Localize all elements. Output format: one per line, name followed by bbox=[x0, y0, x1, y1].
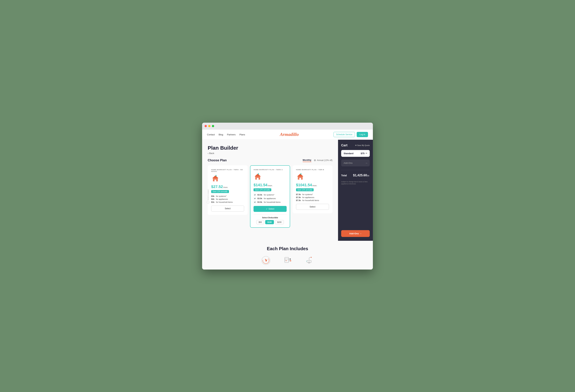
plans-wrapper: HOME WARRANTY PLAN – TIERA - NO HOVAC $2… bbox=[208, 165, 333, 228]
check-icon: ✓ bbox=[266, 208, 268, 210]
choose-plan-title: Choose Plan bbox=[208, 159, 227, 162]
app-window: Contact Blog Partners Plans Armadillo Sc… bbox=[202, 123, 373, 270]
plan-features-tier-c: ⇄ $3.5k for systems* ⇄ $3.5k for applian… bbox=[254, 193, 287, 204]
save-badge-tier-c: Save 12% annually bbox=[254, 188, 271, 191]
cart-item: Standard $75 ✏ bbox=[341, 150, 370, 157]
nav-plans[interactable]: Plans bbox=[240, 133, 245, 136]
svg-rect-27 bbox=[310, 261, 310, 264]
include-item-fire bbox=[260, 255, 271, 266]
feature-icon-household: ⇄ bbox=[254, 201, 256, 204]
schedule-service-button[interactable]: Schedule Service bbox=[334, 132, 355, 137]
main-layout: Plan Builder ‹ Back Choose Plan Monthly … bbox=[202, 140, 373, 241]
back-link[interactable]: ‹ Back bbox=[208, 152, 333, 155]
plumbing-icon bbox=[304, 255, 315, 266]
choose-plan-header: Choose Plan Monthly ⚙ Annual (12% off) bbox=[208, 159, 333, 162]
total-label: Total bbox=[341, 174, 347, 177]
close-dot[interactable] bbox=[205, 125, 207, 127]
gear-icon: ⚙ bbox=[314, 159, 316, 162]
cart-header: Cart ✉ Save My Quote bbox=[341, 143, 370, 147]
total-note: Subject to change due to taxes & fees (a… bbox=[341, 181, 370, 185]
nav-contact[interactable]: Contact bbox=[207, 133, 215, 136]
total-row: Total $1,425.60/yr. bbox=[341, 174, 370, 177]
svg-rect-18 bbox=[285, 258, 288, 260]
save-quote[interactable]: ✉ Save My Quote bbox=[355, 144, 370, 146]
billing-toggle: Monthly ⚙ Annual (12% off) bbox=[303, 159, 333, 162]
svg-rect-2 bbox=[215, 180, 216, 181]
include-item-plumbing bbox=[304, 255, 315, 266]
plan-label-tier-c: HOME WARRANTY PLAN – TIERA C bbox=[254, 169, 287, 171]
plan-card-no-hovac: HOME WARRANTY PLAN – TIERA - NO HOVAC $2… bbox=[208, 165, 248, 215]
annual-toggle[interactable]: ⚙ Annual (12% off) bbox=[314, 159, 333, 162]
svg-rect-7 bbox=[257, 178, 259, 180]
annual-label: Annual (12% off) bbox=[317, 159, 333, 161]
svg-rect-25 bbox=[307, 260, 311, 263]
select-button-tier-b[interactable]: Select bbox=[296, 204, 329, 210]
plan-price-no-hovac: $27.52 /mon. bbox=[211, 184, 244, 189]
feature-item: $1k for household items bbox=[211, 201, 244, 203]
addons-label: Add-Ons bbox=[344, 162, 353, 164]
nav-blog[interactable]: Blog bbox=[219, 133, 223, 136]
nav-links: Contact Blog Partners Plans bbox=[207, 133, 245, 136]
feature-item: ⇄ $3.5k for household items bbox=[254, 201, 287, 204]
svg-marker-11 bbox=[297, 174, 303, 177]
plan-card-tier-c: HOME WARRANTY PLAN – TIERA C $141.54 /mo… bbox=[250, 165, 290, 228]
plan-card-tier-b: HOME WARRANTY PLAN – TIER B $1041.54 /mo… bbox=[292, 165, 333, 213]
cart-divider bbox=[341, 170, 370, 170]
envelope-icon: ✉ bbox=[355, 144, 357, 146]
feature-item: $7.5k for systems* bbox=[296, 193, 329, 195]
cart-sidebar: Cart ✉ Save My Quote Standard $75 ✏ Add-… bbox=[338, 140, 373, 241]
svg-point-24 bbox=[290, 260, 291, 261]
scroll-compare: Scroll to compare › bbox=[207, 189, 209, 204]
select-button-tier-c[interactable]: ✓ Select bbox=[254, 206, 287, 212]
deductible-50[interactable]: $50 bbox=[256, 220, 264, 224]
deductible-options: $50 $100 $200 bbox=[254, 220, 287, 224]
svg-rect-28 bbox=[306, 261, 307, 261]
cart-item-name: Standard bbox=[344, 152, 353, 155]
deductible-100[interactable]: $100 bbox=[265, 220, 274, 224]
feature-item: $7.5k for appliances bbox=[296, 196, 329, 198]
deductible-200[interactable]: $200 bbox=[275, 220, 284, 224]
login-button[interactable]: Log in bbox=[357, 132, 368, 137]
addons-button[interactable]: Add-Ons → bbox=[341, 230, 370, 237]
svg-rect-12 bbox=[299, 178, 301, 180]
back-label: Back bbox=[209, 152, 214, 155]
navbar: Contact Blog Partners Plans Armadillo Sc… bbox=[202, 130, 373, 140]
include-item-appliances bbox=[282, 255, 293, 266]
save-badge-no-hovac: Save 12% annually bbox=[211, 190, 229, 193]
titlebar bbox=[202, 123, 373, 130]
addons-row: Add-Ons -- bbox=[341, 160, 370, 166]
monthly-toggle[interactable]: Monthly bbox=[303, 159, 311, 162]
page-title: Plan Builder bbox=[208, 145, 333, 151]
svg-point-3 bbox=[216, 175, 216, 176]
back-arrow-icon: ‹ bbox=[208, 152, 209, 155]
deductible-label: Select Deductible bbox=[254, 217, 287, 219]
svg-marker-1 bbox=[212, 175, 218, 178]
fire-icon bbox=[260, 255, 271, 266]
feature-icon-systems: ⇄ bbox=[254, 193, 256, 196]
feature-item: $3k for systems* bbox=[211, 195, 244, 197]
edit-icon[interactable]: ✏ bbox=[366, 152, 367, 155]
includes-icons bbox=[208, 255, 367, 266]
deductible-section: Select Deductible $50 $100 $200 bbox=[254, 214, 287, 224]
svg-rect-26 bbox=[309, 261, 309, 264]
plan-price-tier-b: $1041.54 /mon. bbox=[296, 183, 329, 187]
svg-rect-17 bbox=[285, 257, 288, 263]
nav-partners[interactable]: Partners bbox=[227, 133, 236, 136]
appliances-icon bbox=[282, 255, 293, 266]
total-price: $1,425.60/yr. bbox=[353, 174, 370, 177]
feature-icon-appliances: ⇄ bbox=[254, 197, 256, 200]
addons-dashes: -- bbox=[366, 162, 367, 164]
feature-item: $2k for appliances bbox=[211, 198, 244, 200]
feature-item: ⇄ $3.5k for appliances bbox=[254, 197, 287, 200]
scroll-indicator: › bbox=[207, 201, 209, 204]
save-badge-tier-b: Save 12% annually bbox=[296, 188, 314, 191]
maximize-dot[interactable] bbox=[212, 125, 214, 127]
brand: Armadillo bbox=[245, 132, 334, 137]
feature-item: $7.5k for household items bbox=[296, 199, 329, 201]
brand-name: Armadillo bbox=[280, 132, 299, 137]
minimize-dot[interactable] bbox=[208, 125, 211, 127]
cart-item-price: $75 ✏ bbox=[361, 152, 367, 155]
select-button-no-hovac[interactable]: Select bbox=[211, 206, 244, 211]
content-area: Plan Builder ‹ Back Choose Plan Monthly … bbox=[202, 140, 338, 241]
svg-rect-20 bbox=[286, 260, 287, 261]
